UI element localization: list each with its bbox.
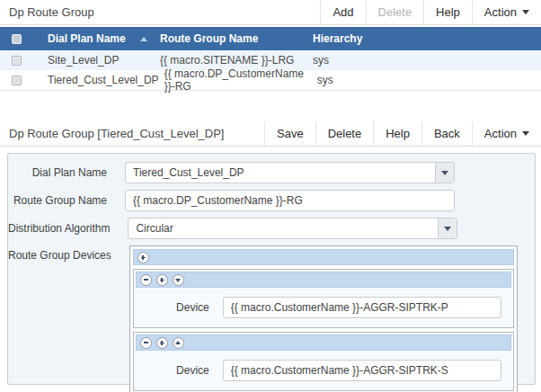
back-button[interactable]: Back [421, 121, 472, 146]
action-menu-label: Action [484, 127, 517, 140]
delete-button[interactable]: Delete [315, 121, 374, 146]
select-all-checkbox[interactable] [12, 34, 22, 44]
device-input[interactable] [223, 297, 501, 318]
dp-route-group-detail-section: Dp Route Group [Tiered_Cust_Level_DP] Sa… [0, 121, 541, 385]
action-menu-label: Action [484, 5, 517, 19]
list-toolbar: Add Delete Help Action [320, 0, 541, 24]
route-group-table: Dial Plan Name Route Group Name Hierarch… [0, 27, 541, 91]
cell-hierarchy: sys [313, 54, 541, 67]
move-up-button[interactable] [173, 337, 184, 349]
dropdown-arrow-icon [444, 227, 451, 235]
add-device-group-button[interactable] [156, 337, 168, 349]
plus-icon [159, 340, 165, 346]
dropdown-arrow-icon [441, 171, 448, 179]
plus-icon [159, 277, 165, 283]
add-button[interactable]: Add [320, 0, 365, 24]
save-button[interactable]: Save [264, 121, 315, 146]
distribution-algorithm-selected-value: Circular [129, 218, 438, 238]
detail-toolbar: Save Delete Help Back Action [264, 121, 541, 146]
row-select-cell [0, 76, 36, 85]
dp-route-group-list-section: Dp Route Group Add Delete Help Action Di… [0, 0, 541, 91]
caret-down-icon [522, 10, 529, 18]
move-down-button[interactable] [173, 274, 184, 286]
cell-route-group-name: {{ macro.SITENAME }}-LRG [155, 54, 313, 67]
column-header-dial-plan-name[interactable]: Dial Plan Name [36, 32, 155, 45]
cell-hierarchy: sys [317, 74, 541, 86]
arrow-down-icon [175, 279, 181, 285]
device-group: Device [133, 332, 514, 391]
table-header-row: Dial Plan Name Route Group Name Hierarch… [0, 27, 541, 50]
caret-down-icon [522, 131, 529, 139]
device-group: Device [133, 269, 514, 328]
column-header-hierarchy[interactable]: Hierarchy [313, 32, 541, 45]
plus-icon [140, 254, 146, 261]
arrow-up-icon [175, 338, 181, 344]
route-group-devices-label: Route Group Devices [8, 249, 111, 262]
column-header-label: Dial Plan Name [48, 32, 126, 45]
list-page-title: Dp Route Group [0, 0, 94, 24]
column-header-route-group-name[interactable]: Route Group Name [155, 32, 313, 45]
dial-plan-name-selected-value: Tiered_Cust_Level_DP [126, 163, 435, 183]
action-menu-button[interactable]: Action [472, 121, 541, 146]
cell-dial-plan-name: Tiered_Cust_Level_DP [36, 74, 159, 86]
detail-page-title: Dp Route Group [Tiered_Cust_Level_DP] [0, 121, 224, 146]
dial-plan-name-select[interactable]: Tiered_Cust_Level_DP [125, 162, 455, 183]
select-all-cell [0, 34, 36, 44]
cell-dial-plan-name: Site_Level_DP [36, 54, 155, 67]
route-group-name-input[interactable] [125, 190, 455, 211]
device-field-row: Device [134, 290, 513, 327]
row-checkbox[interactable] [12, 56, 22, 66]
row-select-cell [0, 56, 36, 66]
dial-plan-name-label: Dial Plan Name [8, 166, 107, 179]
device-label: Device [134, 364, 209, 377]
table-row[interactable]: Tiered_Cust_Level_DP {{ macro.DP_Custome… [0, 70, 541, 90]
add-device-group-button[interactable] [156, 274, 168, 286]
route-group-name-label: Route Group Name [8, 194, 107, 207]
row-checkbox[interactable] [12, 76, 22, 85]
device-input[interactable] [223, 360, 501, 381]
form-row-dial-plan-name: Dial Plan Name Tiered_Cust_Level_DP [8, 162, 535, 183]
dropdown-button[interactable] [438, 218, 457, 238]
dropdown-button[interactable] [435, 163, 454, 183]
add-device-group-button[interactable] [137, 252, 149, 263]
device-group-toolbar [136, 272, 511, 288]
devices-add-bar [133, 249, 514, 265]
sort-ascending-icon [140, 33, 147, 41]
detail-form-panel: Dial Plan Name Tiered_Cust_Level_DP Rout… [7, 153, 536, 385]
cell-route-group-name: {{ macro.DP_CustomerName }}-RG [159, 67, 317, 93]
device-group-toolbar [136, 334, 511, 351]
delete-button[interactable]: Delete [366, 0, 424, 24]
remove-device-group-button[interactable] [140, 274, 152, 286]
form-row-distribution-algorithm: Distribution Algorithm Circular [8, 218, 535, 239]
list-header-bar: Dp Route Group Add Delete Help Action [0, 0, 541, 25]
form-row-route-group-devices: Route Group Devices [8, 245, 535, 392]
device-field-row: Device [134, 352, 513, 390]
route-group-devices-container: Device [129, 245, 518, 392]
remove-device-group-button[interactable] [140, 337, 152, 349]
device-label: Device [134, 301, 209, 314]
distribution-algorithm-label: Distribution Algorithm [8, 222, 110, 235]
detail-header-bar: Dp Route Group [Tiered_Cust_Level_DP] Sa… [0, 121, 541, 147]
form-row-route-group-name: Route Group Name [8, 190, 535, 211]
distribution-algorithm-select[interactable]: Circular [128, 218, 457, 239]
minus-icon [144, 279, 148, 281]
help-button[interactable]: Help [373, 121, 421, 146]
action-menu-button[interactable]: Action [472, 0, 541, 24]
minus-icon [144, 342, 148, 343]
help-button[interactable]: Help [423, 0, 472, 24]
